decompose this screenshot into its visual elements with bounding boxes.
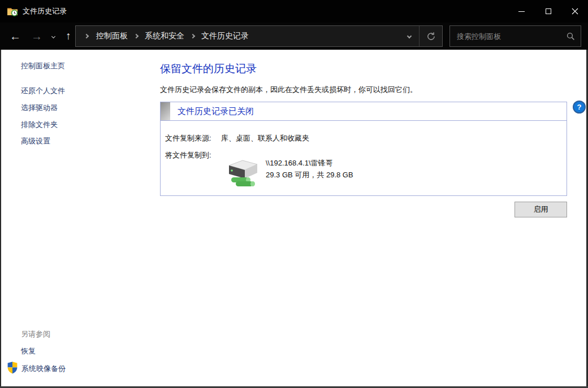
copy-to-label: 将文件复制到: [165, 150, 211, 160]
breadcrumb: 控制面板 系统和安全 文件历史记录 [75, 25, 443, 47]
maximize-icon [546, 8, 551, 14]
close-button[interactable] [561, 0, 588, 23]
chevron-down-icon [51, 34, 55, 38]
refresh-button[interactable] [420, 26, 442, 46]
sidebar-item-system-image-backup[interactable]: 系统映像备份 [21, 364, 66, 374]
minimize-button[interactable] [508, 0, 535, 23]
page-description: 文件历史记录会保存文件的副本，因此在文件丢失或损坏时，你可以找回它们。 [160, 85, 417, 95]
page-title: 保留文件的历史记录 [160, 62, 257, 76]
up-arrow-icon: ↑ [66, 30, 71, 42]
sidebar-item-control-panel-home[interactable]: 控制面板主页 [21, 61, 65, 71]
status-title: 文件历史记录已关闭 [178, 106, 254, 117]
help-button[interactable]: ? [573, 101, 586, 114]
copy-from-label: 文件复制来源: [165, 133, 211, 143]
search-box [449, 25, 581, 47]
titlebar: 文件历史记录 [0, 0, 588, 23]
enable-button[interactable]: 启用 [514, 202, 567, 217]
back-button[interactable]: ← [6, 23, 25, 50]
recent-locations-button[interactable] [47, 23, 59, 50]
navigation-toolbar: ← → ↑ 控制面板 系统和安全 文件历史记录 [0, 23, 588, 50]
sidebar-item-advanced-settings[interactable]: 高级设置 [21, 136, 50, 146]
refresh-icon [426, 32, 436, 41]
file-history-app-icon [7, 6, 18, 17]
client-area: ? 控制面板主页 还原个人文件 选择驱动器 排除文件夹 高级设置 另请参阅 恢复… [0, 50, 588, 388]
address-dropdown-button[interactable] [400, 26, 419, 46]
chevron-right-icon [84, 34, 89, 38]
sidebar-item-recovery[interactable]: 恢复 [21, 346, 36, 356]
breadcrumb-file-history[interactable]: 文件历史记录 [199, 31, 251, 41]
search-icon [567, 32, 575, 41]
drive-space: 29.3 GB 可用，共 29.8 GB [266, 169, 353, 181]
status-panel-header: 文件历史记录已关闭 [161, 102, 567, 121]
window-border-left [0, 50, 1, 388]
breadcrumb-system-security[interactable]: 系统和安全 [142, 31, 187, 41]
panel-corner-decoration [161, 102, 170, 120]
sidebar-item-exclude-folders[interactable]: 排除文件夹 [21, 120, 58, 130]
file-history-window: 文件历史记录 ← → ↑ 控制面板 系统和安全 文件历史记录 [0, 0, 588, 388]
sidebar-item-restore-personal-files[interactable]: 还原个人文件 [21, 86, 65, 96]
chevron-right-icon [134, 34, 139, 38]
up-button[interactable]: ↑ [60, 23, 77, 50]
window-title: 文件历史记录 [23, 0, 67, 23]
network-drive-icon [224, 157, 261, 188]
chevron-right-icon [191, 34, 195, 38]
close-icon [572, 8, 578, 15]
see-also-heading: 另请参阅 [21, 329, 50, 339]
file-history-status-panel: 文件历史记录已关闭 文件复制来源: 库、桌面、联系人和收藏夹 将文件复制到: [160, 102, 567, 196]
maximize-button[interactable] [535, 0, 561, 23]
forward-arrow-icon: → [31, 30, 42, 43]
sidebar-item-select-drive[interactable]: 选择驱动器 [21, 103, 58, 113]
forward-button[interactable]: → [27, 23, 46, 50]
minimize-icon [518, 11, 525, 12]
drive-path: \\192.168.4.1\雷锋哥 [266, 157, 353, 169]
drive-target-info: \\192.168.4.1\雷锋哥 29.3 GB 可用，共 29.8 GB [266, 157, 353, 181]
uac-shield-icon [7, 361, 18, 374]
chevron-down-icon [407, 34, 412, 38]
copy-from-value: 库、桌面、联系人和收藏夹 [221, 133, 309, 143]
back-arrow-icon: ← [10, 30, 21, 43]
window-controls [508, 0, 588, 23]
breadcrumb-control-panel[interactable]: 控制面板 [94, 31, 130, 41]
search-input[interactable] [450, 32, 567, 41]
